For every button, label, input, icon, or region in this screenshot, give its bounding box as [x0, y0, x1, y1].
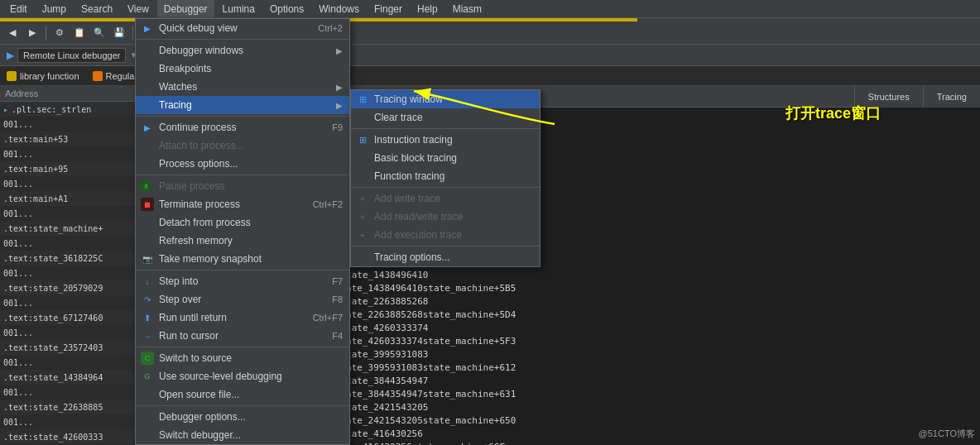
menu-jump[interactable]: Jump	[36, 0, 73, 18]
menu-windows[interactable]: Windows	[312, 0, 366, 18]
add-readwrite-icon: +	[356, 210, 369, 223]
menu-finger[interactable]: Finger	[368, 0, 409, 18]
menu-source-debug[interactable]: G Use source-level debugging	[136, 367, 349, 385]
menu-instruction-tracing[interactable]: ⊞ Instruction tracing	[351, 131, 540, 149]
menu-quick-debug[interactable]: ▶ Quick debug view Ctrl+2	[136, 19, 349, 37]
menu-continue[interactable]: ▶ Continue process F9	[136, 118, 349, 136]
step-over-shortcut: F8	[332, 294, 343, 304]
addr-bullet: ▸	[3, 105, 8, 114]
menu-sep1	[136, 39, 349, 40]
watches-arrow: ▶	[336, 83, 343, 92]
menu-debugger[interactable]: Debugger	[157, 0, 214, 18]
menu-detach[interactable]: Detach from process	[136, 213, 349, 232]
step-into-shortcut: F7	[332, 276, 343, 286]
menu-process-options[interactable]: Process options...	[136, 155, 349, 173]
source-debug-label: Use source-level debugging	[159, 371, 343, 382]
add-write-icon: +	[356, 192, 369, 205]
run-cursor-shortcut: F4	[332, 331, 343, 341]
menu-options[interactable]: Options	[263, 0, 310, 18]
addr-row[interactable]: .text:main+A1	[0, 191, 136, 206]
menu-search[interactable]: Search	[74, 0, 119, 18]
menu-run-return[interactable]: ⬆ Run until return Ctrl+F7	[136, 309, 349, 327]
addr-row[interactable]: .text:state_23572403	[0, 340, 136, 355]
step-over-label: Step over	[159, 294, 332, 305]
menu-debugger-windows[interactable]: Debugger windows ▶	[136, 41, 349, 60]
addr-row[interactable]: 001...	[0, 355, 136, 370]
toolbar-forward[interactable]: ▶	[23, 24, 41, 42]
addr-row[interactable]: 001...	[0, 206, 136, 221]
menu-tracing[interactable]: Tracing ▶	[136, 96, 349, 114]
addr-row[interactable]: 001...	[0, 146, 136, 161]
basic-block-label: Basic block tracing	[374, 152, 533, 164]
debugger-icon: ▶	[7, 50, 14, 61]
menu-help[interactable]: Help	[411, 0, 444, 18]
addr-row[interactable]: .text:state_67127460	[0, 310, 136, 325]
instruction-tracing-label: Instruction tracing	[374, 134, 533, 146]
switch-source-label: Switch to source	[159, 352, 343, 364]
quick-debug-icon: ▶	[141, 22, 154, 35]
menu-sep2	[136, 116, 349, 117]
switch-source-icon: C	[141, 352, 154, 365]
addr-row[interactable]: .text:state_14384964	[0, 370, 136, 385]
toolbar-back[interactable]: ◀	[3, 24, 22, 42]
toolbar-btn3[interactable]: 🔍	[90, 24, 108, 42]
detach-label: Detach from process	[159, 217, 343, 228]
addr-row[interactable]: ▸.plt.sec:_strlen	[0, 102, 136, 117]
run-return-label: Run until return	[159, 312, 313, 323]
menu-view[interactable]: View	[121, 0, 156, 18]
menu-switch-source[interactable]: C Switch to source	[136, 349, 349, 367]
addr-row[interactable]: .text:state_3618225C	[0, 251, 136, 266]
addr-row[interactable]: 001...	[0, 414, 136, 429]
menu-breakpoints[interactable]: Breakpoints	[136, 60, 349, 78]
legend-color-library	[7, 71, 17, 81]
menu-tracing-options[interactable]: Tracing options...	[351, 248, 540, 266]
menu-debugger-options[interactable]: Debugger options...	[136, 408, 349, 426]
menu-refresh[interactable]: Refresh memory	[136, 232, 349, 250]
menu-step-over[interactable]: ↷ Step over F8	[136, 290, 349, 309]
process-options-label: Process options...	[159, 158, 343, 170]
menu-open-source[interactable]: Open source file...	[136, 385, 349, 404]
addr-row[interactable]: 001...	[0, 176, 136, 191]
addr-header: Address	[0, 86, 136, 102]
addr-row[interactable]: 001...	[0, 295, 136, 310]
addr-row[interactable]: 001...	[0, 325, 136, 340]
addr-row[interactable]: 001...	[0, 236, 136, 251]
terminate-label: Terminate process	[159, 199, 313, 210]
addr-row[interactable]: .text:state_22638885	[0, 400, 136, 414]
addr-row[interactable]: .text:main+53	[0, 132, 136, 146]
debugger-windows-label: Debugger windows	[159, 45, 333, 56]
addr-row[interactable]: .text:state_machine+	[0, 221, 136, 236]
tracing-window-icon: ⊞	[356, 93, 369, 106]
tab-structures[interactable]: Structures	[854, 86, 923, 108]
menu-function-tracing[interactable]: Function tracing	[351, 167, 540, 185]
menu-sep3	[136, 175, 349, 175]
toolbar-btn2[interactable]: 📋	[70, 24, 89, 42]
toolbar-btn1[interactable]: ⚙	[50, 24, 69, 42]
addr-row[interactable]: .text:state_42600333	[0, 429, 136, 444]
menu-basic-block[interactable]: Basic block tracing	[351, 149, 540, 167]
add-execution-icon: +	[356, 228, 369, 242]
menu-lumina[interactable]: Lumina	[216, 0, 262, 18]
menu-tracing-window[interactable]: ⊞ Tracing window	[351, 90, 540, 108]
addr-row[interactable]: 001...	[0, 117, 136, 132]
addr-row[interactable]: 001...	[0, 385, 136, 400]
menu-watches[interactable]: Watches ▶	[136, 78, 349, 96]
menu-clear-trace[interactable]: Clear trace	[351, 108, 540, 127]
snapshot-icon: 📷	[141, 252, 154, 266]
toolbar-btn4[interactable]: 💾	[110, 24, 128, 42]
menu-switch-debugger[interactable]: Switch debugger...	[136, 426, 349, 444]
menu-add-readwrite: + Add read/write trace	[351, 208, 540, 226]
menu-step-into[interactable]: ↓ Step into F7	[136, 272, 349, 290]
addr-row[interactable]: .text:main+95	[0, 161, 136, 176]
addr-row[interactable]: 001...	[0, 266, 136, 280]
menu-run-cursor[interactable]: → Run to cursor F4	[136, 327, 349, 345]
addr-row[interactable]: .text:state_20579029	[0, 280, 136, 295]
clear-trace-label: Clear trace	[374, 112, 533, 123]
menu-miasm[interactable]: Miasm	[446, 0, 488, 18]
function-tracing-label: Function tracing	[374, 170, 533, 182]
remote-debugger-label[interactable]: Remote Linux debugger	[17, 48, 126, 63]
menu-terminate[interactable]: ⏹ Terminate process Ctrl+F2	[136, 195, 349, 213]
menu-edit[interactable]: Edit	[3, 0, 34, 18]
tab-tracing[interactable]: Tracing	[923, 86, 980, 108]
menu-snapshot[interactable]: 📷 Take memory snapshot	[136, 250, 349, 268]
